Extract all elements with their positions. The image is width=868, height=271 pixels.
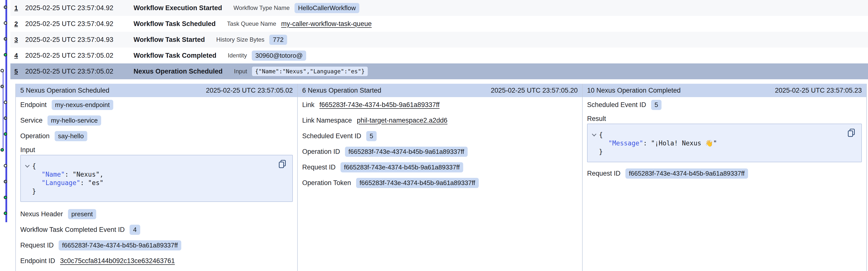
endpoint-badge: my-nexus-endpoint (52, 100, 113, 110)
operation-id-badge: f665283f-743e-4374-b45b-9a61a89337ff (345, 147, 468, 157)
chevron-down-icon[interactable] (592, 132, 596, 136)
event-name: Workflow Task Scheduled (133, 20, 216, 28)
panel-title: 5 Nexus Operation Scheduled (20, 87, 109, 94)
event-row-4[interactable]: 4 2025-02-25 UTC 23:57:05.02 Workflow Ta… (10, 48, 868, 63)
panel-nexus-operation-completed: 10 Nexus Operation Completed 2025-02-25 … (582, 84, 867, 271)
task-queue-link[interactable]: my-caller-workflow-task-queue (281, 20, 372, 28)
result-json-viewer: { "Message": "¡Hola! Nexus 👋" } (587, 124, 862, 162)
operation-token-badge: f665283f-743e-4374-b45b-9a61a89337ff (356, 178, 479, 188)
event-timestamp: 2025-02-25 UTC 23:57:05.02 (25, 67, 133, 75)
timeline-node-13-success (4, 196, 7, 199)
event-timeline-graph (0, 0, 11, 225)
service-badge: my-hello-service (48, 115, 101, 126)
event-attr-label: Task Queue Name (227, 20, 276, 27)
operation-badge: say-hello (55, 131, 87, 141)
scheduled-event-id-badge: 5 (651, 100, 661, 110)
event-rows: 1 2025-02-25 UTC 23:57:04.92 Workflow Ex… (10, 0, 868, 79)
panel-nexus-operation-scheduled: 5 Nexus Operation Scheduled 2025-02-25 U… (16, 84, 297, 271)
copy-button[interactable] (847, 128, 856, 138)
field-scheduled-event-id: Scheduled Event ID 5 (587, 97, 862, 113)
field-operation: Operation say-hello (20, 128, 293, 144)
event-input-json-chip: {"Name":"Nexus","Language":"es"} (252, 66, 368, 76)
event-id-link[interactable]: 2 (14, 20, 25, 28)
event-attr-label: Workflow Type Name (234, 4, 289, 11)
event-timestamp: 2025-02-25 UTC 23:57:04.93 (25, 36, 133, 44)
timeline-node-1-neutral (4, 5, 7, 9)
event-row-2[interactable]: 2 2025-02-25 UTC 23:57:04.92 Workflow Ta… (10, 16, 868, 32)
event-timestamp: 2025-02-25 UTC 23:57:05.02 (25, 52, 133, 59)
copy-button[interactable] (278, 159, 287, 169)
request-id-badge: f665283f-743e-4374-b45b-9a61a89337ff (59, 240, 181, 250)
field-scheduled-event-id: Scheduled Event ID 5 (302, 128, 578, 144)
timeline-node-14-success (4, 212, 7, 215)
input-json-viewer: { "Name": "Nexus", "Language": "es" } (20, 155, 293, 202)
timeline-node-10-success (0, 148, 4, 152)
panel-header: 6 Nexus Operation Started 2025-02-25 UTC… (298, 84, 582, 97)
panel-header: 5 Nexus Operation Scheduled 2025-02-25 U… (16, 84, 297, 97)
event-name: Workflow Task Started (133, 36, 205, 44)
panel-timestamp: 2025-02-25 UTC 23:57:05.20 (491, 87, 578, 94)
field-nexus-header: Nexus Header present (20, 206, 293, 222)
field-request-id: Request ID f665283f-743e-4374-b45b-9a61a… (302, 160, 578, 175)
event-detail-panels: 5 Nexus Operation Scheduled 2025-02-25 U… (16, 84, 867, 271)
field-request-id: Request ID f665283f-743e-4374-b45b-9a61a… (20, 238, 293, 253)
link-link[interactable]: f665283f-743e-4374-b45b-9a61a89337ff (319, 101, 440, 109)
event-attr-value-badge: HelloCallerWorkflow (294, 3, 359, 13)
timeline-main-line (5, 0, 7, 222)
event-row-3[interactable]: 3 2025-02-25 UTC 23:57:04.93 Workflow Ta… (10, 32, 868, 48)
timeline-node-4-success (4, 53, 7, 56)
copy-icon (847, 128, 856, 137)
request-id-badge: f665283f-743e-4374-b45b-9a61a89337ff (625, 168, 748, 179)
event-name: Workflow Task Completed (133, 52, 216, 59)
field-link: Link f665283f-743e-4374-b45b-9a61a89337f… (302, 97, 578, 113)
field-wtc-event-id: Workflow Task Completed Event ID 4 (20, 222, 293, 238)
event-timestamp: 2025-02-25 UTC 23:57:04.92 (25, 20, 133, 28)
event-attr-label: History Size Bytes (216, 36, 265, 43)
field-endpoint-id: Endpoint ID 3c0c75ccfa8144b092c13ce63246… (20, 253, 293, 269)
event-attr-label: Identity (228, 52, 247, 59)
event-id-link[interactable]: 5 (14, 67, 25, 75)
panel-timestamp: 2025-02-25 UTC 23:57:05.02 (206, 87, 293, 94)
panel-title: 6 Nexus Operation Started (302, 87, 381, 94)
event-row-1[interactable]: 1 2025-02-25 UTC 23:57:04.92 Workflow Ex… (10, 0, 868, 16)
field-operation-id: Operation ID f665283f-743e-4374-b45b-9a6… (302, 144, 578, 160)
wtc-event-id-badge: 4 (130, 225, 140, 235)
field-service: Service my-hello-service (20, 113, 293, 128)
timeline-node-2-open (4, 21, 7, 25)
event-row-5-selected[interactable]: 5 2025-02-25 UTC 23:57:05.02 Nexus Opera… (10, 63, 868, 79)
link-namespace-link[interactable]: phil-target-namespace2.a2dd6 (357, 117, 447, 124)
timeline-node-12-neutral (4, 180, 7, 183)
event-attr-value-badge: 772 (269, 35, 287, 45)
event-id-link[interactable]: 4 (14, 52, 25, 59)
field-link-namespace: Link Namespace phil-target-namespace2.a2… (302, 113, 578, 128)
event-attr-label: Input (234, 68, 247, 75)
scheduled-event-id-badge: 5 (366, 131, 377, 141)
event-name: Nexus Operation Scheduled (133, 67, 223, 75)
input-label: Input (20, 144, 293, 155)
timeline-node-11-open (4, 164, 7, 167)
request-id-badge: f665283f-743e-4374-b45b-9a61a89337ff (341, 162, 463, 172)
timeline-node-8-neutral (4, 116, 7, 120)
event-timestamp: 2025-02-25 UTC 23:57:04.92 (25, 4, 133, 12)
event-history-view: 1 2025-02-25 UTC 23:57:04.92 Workflow Ex… (0, 0, 868, 271)
result-label: Result (587, 113, 862, 124)
panel-timestamp: 2025-02-25 UTC 23:57:05.23 (775, 87, 862, 94)
nexus-header-badge: present (68, 209, 96, 219)
panel-title: 10 Nexus Operation Completed (587, 87, 681, 94)
endpoint-id-link[interactable]: 3c0c75ccfa8144b092c13ce632463761 (60, 257, 175, 265)
timeline-branch-line (3, 71, 3, 151)
panel-nexus-operation-started: 6 Nexus Operation Started 2025-02-25 UTC… (297, 84, 582, 271)
field-operation-token: Operation Token f665283f-743e-4374-b45b-… (302, 175, 578, 191)
timeline-node-3-neutral (4, 37, 7, 40)
panel-header: 10 Nexus Operation Completed 2025-02-25 … (583, 84, 866, 97)
event-name: Workflow Execution Started (133, 4, 222, 12)
field-request-id: Request ID f665283f-743e-4374-b45b-9a61a… (587, 166, 862, 181)
timeline-node-9-success (4, 132, 7, 136)
event-attr-value-badge: 30960@totoro@ (252, 51, 306, 61)
timeline-node-7-open (4, 101, 7, 104)
chevron-down-icon[interactable] (25, 163, 29, 167)
timeline-node-5-open (0, 69, 4, 72)
event-id-link[interactable]: 3 (14, 36, 25, 44)
event-id-link[interactable]: 1 (14, 4, 25, 12)
field-endpoint: Endpoint my-nexus-endpoint (20, 97, 293, 113)
